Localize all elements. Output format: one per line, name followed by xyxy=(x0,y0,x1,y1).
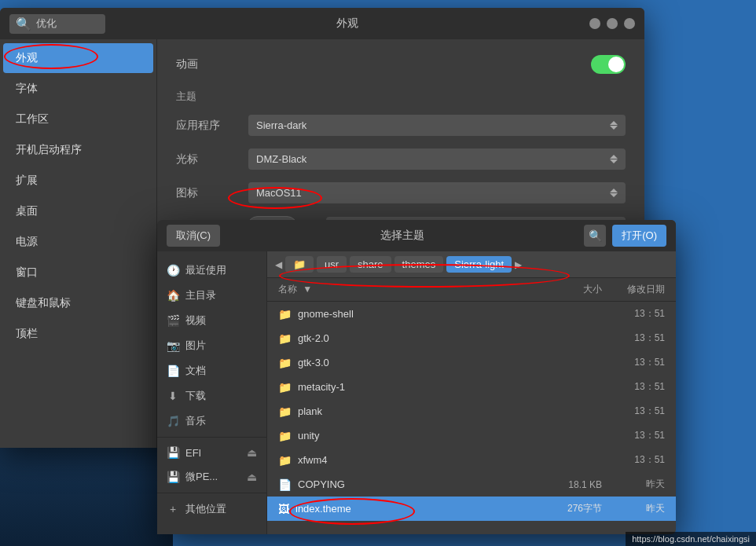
sidebar-item-window[interactable]: 窗口 xyxy=(3,258,153,288)
sidebar: 外观 字体 工作区 开机启动程序 扩展 桌面 电源 窗口 xyxy=(0,39,157,448)
animation-toggle[interactable] xyxy=(591,55,626,74)
file-row-index-theme[interactable]: 🖼 index.theme 276字节 昨天 xyxy=(267,497,676,521)
app-select[interactable]: Sierra-dark xyxy=(248,115,626,136)
file-sidebar: 🕐 最近使用 🏠 主目录 🎬 视频 📷 图片 📄 文档 ⬇ 下载 xyxy=(157,251,267,534)
documents-icon: 📄 xyxy=(167,365,179,377)
file-list: 📁 gnome-shell 13：51 📁 gtk-2.0 13：51 📁 gt… xyxy=(267,302,676,534)
file-icon-copying: 📄 xyxy=(278,478,292,491)
folder-icon-unity: 📁 xyxy=(278,430,292,442)
url-text: https://blog.csdn.net/chaixingsi xyxy=(632,534,750,544)
col-name-header[interactable]: 名称 ▼ xyxy=(278,283,539,296)
sort-icon: ▼ xyxy=(303,284,312,295)
file-row-gtk2[interactable]: 📁 gtk-2.0 13：51 xyxy=(267,326,676,350)
efi-label: EFI xyxy=(185,447,201,459)
path-segment-share[interactable]: share xyxy=(350,256,391,273)
arrow-down-icon xyxy=(610,126,618,130)
sidebar-item-startup[interactable]: 开机启动程序 xyxy=(3,135,153,165)
arrow-down-icon3 xyxy=(610,193,618,197)
home-icon: 🏠 xyxy=(167,289,179,302)
file-list-header: 名称 ▼ 大小 修改日期 xyxy=(267,278,676,302)
col-size-header[interactable]: 大小 xyxy=(539,283,602,296)
folder-icon-plank: 📁 xyxy=(278,405,292,418)
arrow-up-icon3 xyxy=(610,189,618,192)
sidebar-music[interactable]: 🎵 音乐 xyxy=(157,409,266,434)
wepe-eject-icon[interactable]: ⏏ xyxy=(247,471,257,483)
app-label: 应用程序 xyxy=(176,119,239,133)
sidebar-item-workspace[interactable]: 工作区 xyxy=(3,104,153,134)
file-chooser-dialog: 取消(C) 选择主题 🔍 打开(O) 🕐 最近使用 🏠 主目录 🎬 视频 📷 xyxy=(157,220,676,534)
file-dialog-search-button[interactable]: 🔍 xyxy=(584,225,606,247)
animation-row: 动画 xyxy=(176,55,626,74)
sidebar-pictures[interactable]: 📷 图片 xyxy=(157,333,266,358)
path-segment-usr[interactable]: usr xyxy=(317,256,347,273)
sidebar-home[interactable]: 🏠 主目录 xyxy=(157,283,266,308)
efi-eject-icon[interactable]: ⏏ xyxy=(247,446,257,459)
recent-icon: 🕐 xyxy=(167,264,179,277)
icon-theme-row: 图标 MacOS11 xyxy=(176,182,626,203)
file-dialog-titlebar: 取消(C) 选择主题 🔍 打开(O) xyxy=(157,220,676,251)
path-segment-icon[interactable]: 📁 xyxy=(285,256,314,273)
sidebar-item-desktop[interactable]: 桌面 xyxy=(3,196,153,226)
documents-label: 文档 xyxy=(185,364,206,378)
video-label: 视频 xyxy=(185,313,206,328)
downloads-icon: ⬇ xyxy=(167,390,179,402)
file-row-gnome-shell[interactable]: 📁 gnome-shell 13：51 xyxy=(267,302,676,326)
folder-icon-metacity: 📁 xyxy=(278,381,292,394)
cursor-label: 光标 xyxy=(176,152,239,167)
cursor-value: DMZ-Black xyxy=(256,153,306,165)
path-segment-sierra-light[interactable]: Sierra-light xyxy=(446,256,512,273)
file-row-copying[interactable]: 📄 COPYING 18.1 KB 昨天 xyxy=(267,472,676,497)
col-date-header[interactable]: 修改日期 xyxy=(602,283,665,296)
file-row-xfwm4[interactable]: 📁 xfwm4 13：51 xyxy=(267,448,676,472)
sidebar-wepe[interactable]: 💾 微PE... ⏏ xyxy=(157,464,266,489)
app-select-arrow xyxy=(610,121,618,130)
open-button[interactable]: 打开(O) xyxy=(612,225,666,247)
cursor-select-arrow xyxy=(610,155,618,163)
toggle-knob xyxy=(608,57,624,72)
path-forward-arrow[interactable]: ▶ xyxy=(515,259,522,270)
sidebar-item-fonts[interactable]: 字体 xyxy=(3,74,153,104)
other-icon: + xyxy=(167,503,179,515)
path-bar: ◀ 📁 usr share themes Sierra-light ▶ xyxy=(267,251,676,278)
window-controls xyxy=(589,18,635,29)
file-row-unity[interactable]: 📁 unity 13：51 xyxy=(267,423,676,448)
sidebar-documents[interactable]: 📄 文档 xyxy=(157,358,266,383)
sidebar-item-keyboard[interactable]: 键盘和鼠标 xyxy=(3,288,153,318)
sidebar-other-locations[interactable]: + 其他位置 xyxy=(157,497,266,522)
arrow-up-icon2 xyxy=(610,155,618,159)
file-row-plank[interactable]: 📁 plank 13：51 xyxy=(267,399,676,423)
path-segment-themes[interactable]: themes xyxy=(395,256,444,273)
app-value: Sierra-dark xyxy=(256,119,306,131)
sidebar-item-power[interactable]: 电源 xyxy=(3,227,153,257)
cursor-select[interactable]: DMZ-Black xyxy=(248,148,626,170)
file-icon-index: 🖼 xyxy=(278,503,289,515)
sidebar-recent[interactable]: 🕐 最近使用 xyxy=(157,258,266,283)
cancel-button[interactable]: 取消(C) xyxy=(167,225,220,247)
sidebar-efi[interactable]: 💾 EFI ⏏ xyxy=(157,441,266,464)
sidebar-item-appearance[interactable]: 外观 xyxy=(3,43,153,73)
app-theme-row: 应用程序 Sierra-dark xyxy=(176,115,626,136)
icon-select[interactable]: MacOS11 xyxy=(248,182,626,203)
cursor-theme-row: 光标 DMZ-Black xyxy=(176,148,626,170)
folder-icon-gnome: 📁 xyxy=(278,308,292,321)
theme-section-title: 主题 xyxy=(176,90,626,104)
animation-label: 动画 xyxy=(176,57,591,71)
sidebar-downloads[interactable]: ⬇ 下载 xyxy=(157,383,266,409)
video-icon: 🎬 xyxy=(167,314,179,327)
pictures-icon: 📷 xyxy=(167,339,179,352)
sidebar-divider1 xyxy=(157,437,266,438)
search-input[interactable] xyxy=(36,18,99,30)
file-row-gtk3[interactable]: 📁 gtk-3.0 13：51 xyxy=(267,350,676,375)
search-box[interactable]: 🔍 xyxy=(9,14,105,34)
sidebar-item-topbar[interactable]: 顶栏 xyxy=(3,319,153,349)
other-label: 其他位置 xyxy=(185,502,226,516)
file-dialog-body: 🕐 最近使用 🏠 主目录 🎬 视频 📷 图片 📄 文档 ⬇ 下载 xyxy=(157,251,676,534)
path-back-arrow[interactable]: ◀ xyxy=(275,259,282,270)
icon-select-arrow xyxy=(610,189,618,197)
icon-value: MacOS11 xyxy=(256,187,302,199)
pictures-label: 图片 xyxy=(185,339,206,353)
sidebar-item-extensions[interactable]: 扩展 xyxy=(3,166,153,196)
arrow-down-icon2 xyxy=(610,159,618,163)
file-row-metacity[interactable]: 📁 metacity-1 13：51 xyxy=(267,375,676,399)
sidebar-video[interactable]: 🎬 视频 xyxy=(157,308,266,333)
